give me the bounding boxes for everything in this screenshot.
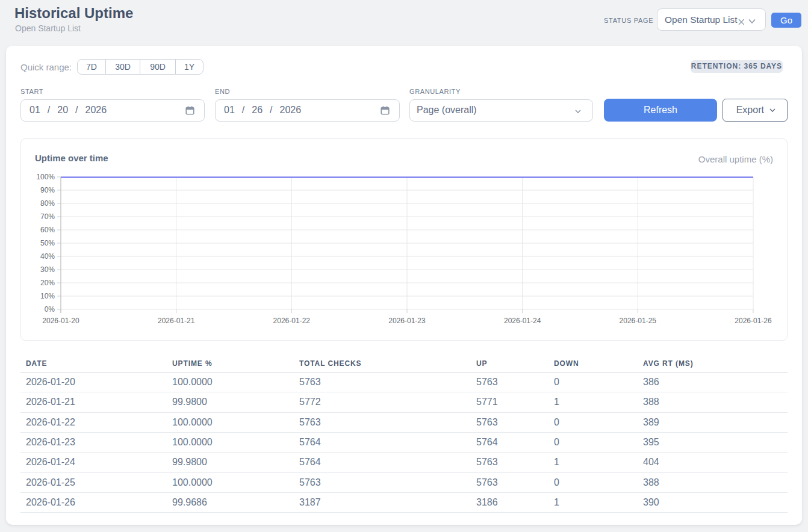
- svg-text:10%: 10%: [40, 292, 55, 300]
- svg-text:2026-01-25: 2026-01-25: [620, 317, 657, 325]
- svg-text:20%: 20%: [40, 279, 55, 287]
- svg-text:40%: 40%: [40, 252, 55, 261]
- svg-text:50%: 50%: [40, 239, 55, 247]
- svg-text:100%: 100%: [36, 173, 55, 181]
- svg-text:2026-01-20: 2026-01-20: [42, 317, 79, 325]
- svg-text:80%: 80%: [40, 199, 55, 208]
- svg-text:2026-01-21: 2026-01-21: [158, 317, 195, 325]
- svg-text:70%: 70%: [40, 212, 55, 221]
- svg-text:30%: 30%: [40, 265, 55, 274]
- svg-text:2026-01-22: 2026-01-22: [273, 317, 311, 325]
- svg-text:60%: 60%: [40, 226, 55, 234]
- svg-text:90%: 90%: [40, 186, 55, 194]
- svg-text:0%: 0%: [45, 305, 55, 314]
- svg-text:2026-01-26: 2026-01-26: [735, 317, 772, 325]
- svg-text:2026-01-24: 2026-01-24: [504, 317, 541, 325]
- svg-text:2026-01-23: 2026-01-23: [388, 317, 426, 325]
